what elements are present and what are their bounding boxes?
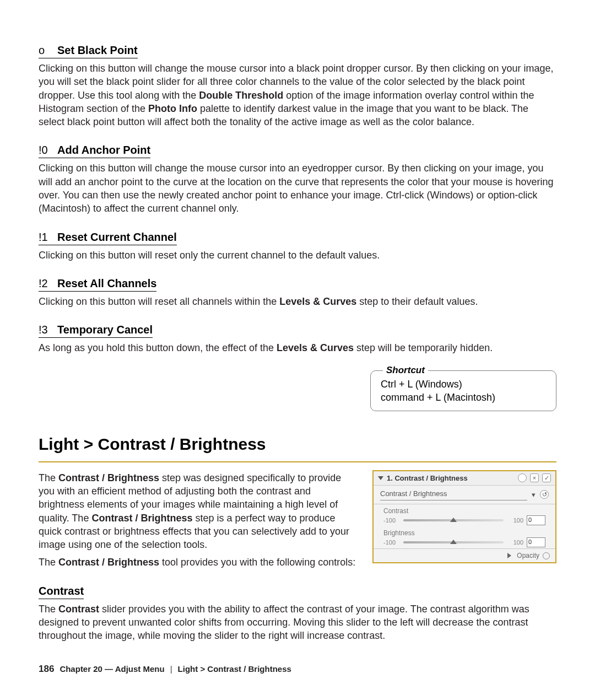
bullet: !2 [39,276,54,291]
heading-contrast: Contrast [39,584,84,599]
contrast-brightness-panel: 1. Contrast / Brightness × ✓ Contrast / … [372,470,556,564]
brightness-min: -100 [383,539,400,547]
shortcut-legend: Shortcut [383,364,428,377]
bullet: o [39,43,54,58]
expand-icon[interactable] [507,553,511,558]
title: Reset All Channels [57,277,156,289]
page-footer: 186 Chapter 20 — Adjust Menu | Light > C… [39,663,291,676]
contrast-min: -100 [383,516,400,525]
method-dropdown[interactable]: Contrast / Brightness [380,489,527,500]
contrast-label: Contrast [383,507,545,515]
reset-icon[interactable]: ↺ [540,490,549,499]
contrast-slider[interactable] [403,519,504,521]
help-icon[interactable] [518,473,527,482]
heading-temporary-cancel: !3Temporary Cancel [39,322,153,338]
enable-check-icon[interactable]: ✓ [542,473,551,482]
dropdown-icon[interactable]: ▾ [532,490,536,500]
method-row: Contrast / Brightness ▾ ↺ [374,486,555,504]
para-cb-controls: The Contrast / Brightness tool provides … [39,556,356,569]
shortcut-line-windows: Ctrl + L (Windows) [381,378,546,391]
panel-footer: Opacity [374,548,555,562]
heading-set-black-point: oSet Black Point [39,43,138,58]
bullet: !1 [39,230,54,245]
collapse-icon[interactable] [378,476,383,480]
heading-reset-current-channel: !1Reset Current Channel [39,230,177,245]
shortcut-box: Shortcut Ctrl + L (Windows) command + L … [370,370,556,412]
footer-sep: | [170,664,172,675]
footer-crumb: Light > Contrast / Brightness [178,664,291,675]
page-number: 186 [39,663,54,676]
bullet: !0 [39,143,54,158]
title: Contrast [39,585,84,597]
para-reset-current-channel: Clicking on this button will reset only … [39,249,556,262]
heading-add-anchor-point: !0Add Anchor Point [39,143,150,158]
opacity-radio[interactable] [543,552,550,559]
para-set-black-point: Clicking on this button will change the … [39,62,556,128]
page-heading: Light > Contrast / Brightness [39,433,556,456]
brightness-label: Brightness [383,529,545,537]
title: Temporary Cancel [57,324,153,336]
contrast-max: 100 [507,516,523,525]
brightness-value-input[interactable]: 0 [527,537,545,547]
heading-reset-all-channels: !2Reset All Channels [39,276,156,292]
footer-chapter: Chapter 20 — Adjust Menu [60,664,164,675]
brightness-slider-block: Brightness -100 100 0 [374,526,555,548]
panel-header: 1. Contrast / Brightness × ✓ [374,471,555,486]
brightness-slider[interactable] [403,541,504,543]
contrast-value-input[interactable]: 0 [527,515,545,525]
close-icon[interactable]: × [530,473,539,482]
para-add-anchor-point: Clicking on this button will change the … [39,161,556,215]
title: Add Anchor Point [57,144,150,156]
title: Reset Current Channel [57,231,177,243]
contrast-thumb[interactable] [450,518,457,522]
contrast-slider-block: Contrast -100 100 0 [374,504,555,526]
bullet: !3 [39,322,54,337]
para-contrast: The Contrast slider provides you with th… [39,602,556,643]
para-reset-all-channels: Clicking on this button will reset all c… [39,295,556,308]
brightness-max: 100 [507,539,523,547]
heading-rule [39,461,556,462]
shortcut-line-mac: command + L (Macintosh) [381,391,546,404]
opacity-label[interactable]: Opacity [517,551,539,560]
para-temporary-cancel: As long as you hold this button down, th… [39,341,556,354]
title: Set Black Point [57,44,138,56]
para-cb-intro: The Contrast / Brightness step was desig… [39,471,356,552]
brightness-thumb[interactable] [450,540,457,544]
panel-title: 1. Contrast / Brightness [387,473,518,483]
